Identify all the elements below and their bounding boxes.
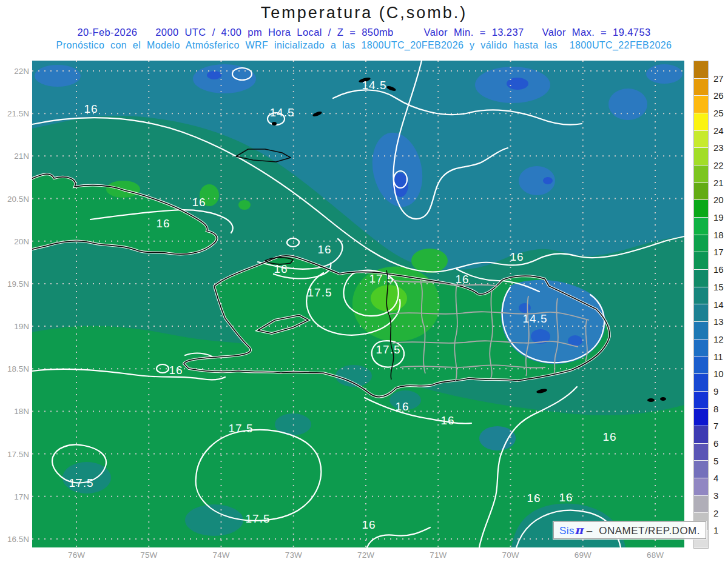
colorbar-tick-label: 3 (713, 490, 718, 500)
lat-tick-label: 17N (14, 492, 29, 501)
colorbar-tick-label: 18 (713, 229, 724, 239)
colorbar-cell (694, 252, 708, 270)
contour-label: 16 (527, 492, 541, 504)
colorbar-tick-label: 4 (713, 473, 718, 483)
lon-tick-label: 71W (430, 550, 447, 560)
lon-tick-label: 74W (213, 550, 230, 560)
watermark-pi-icon: π (575, 523, 583, 537)
colorbar-cell (694, 287, 708, 305)
colorbar-tick-label: 6 (713, 438, 718, 448)
colorbar-tick-label: 25 (713, 108, 724, 118)
contour-label: 16 (156, 217, 170, 230)
colorbar-tick-label: 20 (713, 195, 724, 205)
lon-tick-label: 72W (357, 550, 374, 560)
page-title: Temperatura (C,somb.) (0, 4, 728, 22)
lon-tick-label: 76W (68, 550, 85, 560)
colorbar-cell (694, 374, 708, 392)
contour-label: 16 (602, 430, 616, 443)
colorbar-tick-label: 12 (713, 333, 724, 344)
colorbar-tick-label: 23 (713, 142, 724, 153)
colorbar-tick-label: 24 (713, 125, 724, 135)
lat-tick-label: 21.5N (7, 109, 29, 118)
colorbar-cell (694, 235, 708, 253)
header: Temperatura (C,somb.) 20-Feb-2026 2000 U… (0, 0, 728, 51)
colorbar-cell (694, 166, 708, 183)
colorbar-cell (694, 444, 708, 461)
lon-tick-label: 73W (285, 550, 302, 560)
watermark-sis: Sis (559, 525, 575, 537)
colorbar-cell (694, 322, 708, 340)
colorbar-tick-label: 22 (713, 160, 724, 170)
contour-label: 14.5 (523, 312, 548, 325)
lat-tick-label: 20.5N (7, 194, 29, 203)
colorbar-cell (694, 392, 708, 409)
contour-label: 16 (395, 400, 409, 413)
colorbar-tick-label: 27 (713, 73, 724, 83)
colorbar-tick-label: 26 (713, 90, 724, 101)
colorbar-cell (694, 496, 708, 513)
colorbar-tick-label: 11 (713, 351, 723, 361)
lat-tick-label: 20N (14, 236, 29, 246)
colorbar-cell (694, 148, 708, 166)
watermark-credit: – ONAMET/REP.DOM. (584, 525, 700, 537)
lon-tick-label: 69W (575, 550, 592, 560)
subtitle-validtime: 20-Feb-2026 2000 UTC / 4:00 pm Hora Loca… (0, 27, 728, 38)
colorbar-tick-label: 2 (713, 507, 718, 518)
colorbar-tick-label: 19 (713, 212, 724, 222)
map-plot-area: 1614.514.51616161617.517.5161614.517.516… (32, 61, 684, 547)
colorbar-cell (694, 113, 708, 131)
lon-tick-label: 75W (140, 550, 157, 560)
contour-label: 16 (362, 518, 376, 531)
colorbar-cell (694, 356, 708, 374)
colorbar-cell (694, 131, 708, 149)
highland-lime-core (371, 285, 407, 312)
colorbar-tick-label: 9 (713, 386, 718, 396)
contour-label: 16 (455, 273, 469, 286)
lat-tick-label: 17.5N (7, 449, 29, 458)
colorbar-tick-label: 13 (713, 316, 724, 327)
colorbar-cell (694, 461, 708, 478)
colorbar-tick-label: 7 (713, 421, 718, 431)
temperature-colorbar (693, 61, 709, 549)
colorbar-tick-label: 1 (713, 525, 718, 535)
colorbar-cell (694, 218, 708, 235)
lon-tick-label: 70W (502, 550, 519, 560)
lat-tick-label: 19N (14, 322, 29, 331)
weather-map-page: Temperatura (C,somb.) 20-Feb-2026 2000 U… (0, 0, 728, 562)
colorbar-cell (694, 200, 708, 218)
contour-label: 17.5 (69, 477, 94, 489)
watermark-box: Sisπ – ONAMET/REP.DOM. (553, 521, 706, 539)
colorbar-tick-label: 8 (713, 403, 718, 413)
lat-tick-label: 22N (14, 67, 29, 76)
colorbar-tick-label: 5 (713, 455, 718, 466)
contour-label: 16 (169, 364, 183, 376)
colorbar-cell (694, 478, 708, 496)
contour-label: 16 (559, 491, 573, 504)
lat-tick-label: 18.5N (7, 364, 29, 373)
colorbar-tick-label: 17 (713, 247, 724, 257)
contour-label: 17.5 (376, 343, 401, 356)
temperature-contour-map: 1614.514.51616161617.517.5161614.517.516… (32, 61, 684, 547)
lat-tick-label: 21N (14, 152, 29, 161)
colorbar-tick-label: 15 (713, 281, 724, 292)
lat-tick-label: 19.5N (7, 279, 29, 288)
colorbar-tick-label: 21 (713, 177, 724, 187)
subtitle-model: Pronóstico con el Modelo Atmósferico WRF… (0, 40, 728, 51)
contour-label: 16 (84, 102, 98, 115)
colorbar-cell (694, 61, 708, 79)
contour-label: 16 (274, 263, 288, 275)
colorbar-cell (694, 409, 708, 426)
contour-label: 17.5 (308, 286, 332, 299)
colorbar-cell (694, 340, 708, 357)
colorbar-cell (694, 183, 708, 201)
contour-label: 16 (192, 196, 206, 209)
colorbar-cell (694, 96, 708, 113)
contour-label: 16 (440, 414, 454, 427)
contour-label: 16 (317, 243, 331, 256)
colorbar-tick-label: 14 (713, 299, 724, 309)
colorbar-cell (694, 304, 708, 322)
colorbar-cell (694, 270, 708, 287)
lat-tick-label: 18N (14, 407, 29, 416)
colorbar-cell (694, 79, 708, 96)
contour-label: 14.5 (362, 79, 387, 92)
